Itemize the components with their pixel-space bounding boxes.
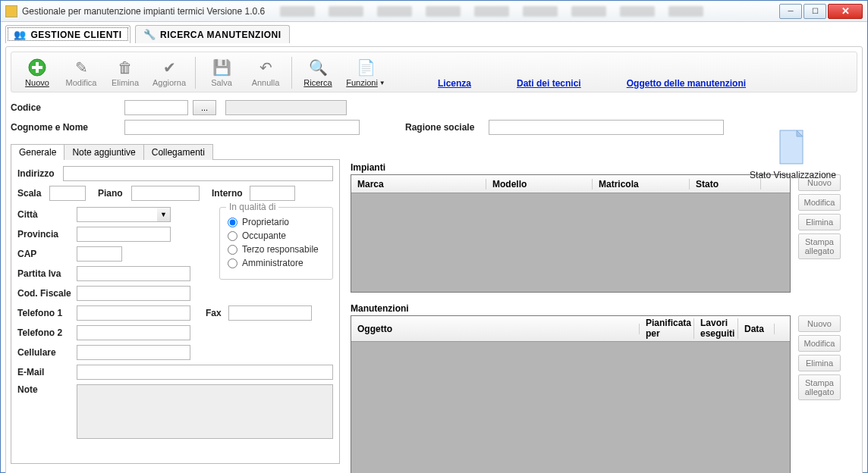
tab-gestione-clienti[interactable]: 👥 GESTIONE CLIENTI (5, 25, 131, 43)
radio-occupante[interactable]: Occupante (228, 230, 325, 241)
ricerca-button[interactable]: 🔍Ricerca (297, 55, 339, 89)
radio-terzo-responsabile[interactable]: Terzo responsabile (228, 244, 325, 255)
telefono2-input[interactable] (77, 325, 190, 340)
manut-modifica-button[interactable]: Modifica (798, 335, 841, 352)
funzioni-button[interactable]: 📄 Funzioni▼ (341, 55, 391, 89)
link-dati-tecnici[interactable]: Dati dei tecnici (517, 78, 581, 89)
email-input[interactable] (77, 365, 333, 380)
telefono1-input[interactable] (77, 305, 190, 321)
interno-input[interactable] (250, 186, 295, 201)
label-cod-fiscale: Cod. Fiscale (17, 288, 77, 299)
btn-label: Nuovo (25, 78, 49, 87)
radio-amministratore[interactable]: Amministratore (228, 258, 325, 268)
save-icon: 💾 (211, 57, 232, 78)
cellulare-input[interactable] (77, 345, 190, 360)
stato-vis-label: Stato Visualizzazione (736, 170, 850, 180)
label-ragione-sociale: Ragione sociale (405, 122, 489, 133)
people-icon: 👥 (14, 29, 27, 40)
col-marca[interactable]: Marca (351, 179, 486, 190)
col-modello[interactable]: Modello (486, 179, 593, 190)
aggiorna-button[interactable]: ✔Aggiorna (148, 55, 190, 89)
trash-icon: 🗑 (115, 57, 136, 78)
document-icon: 📄 (355, 57, 376, 78)
impianti-grid[interactable]: Marca Modello Matricola Stato (351, 174, 791, 293)
salva-button[interactable]: 💾Salva (200, 55, 243, 89)
scala-input[interactable] (49, 186, 86, 201)
label-indirizzo: Indirizzo (17, 168, 63, 179)
btn-label: Funzioni (346, 78, 378, 87)
label-email: E-Mail (17, 367, 77, 377)
wrench-icon: 🔧 (143, 29, 156, 40)
modifica-button[interactable]: ✎Modifica (60, 55, 102, 89)
manut-nuovo-button[interactable]: Nuovo (798, 315, 841, 332)
btn-label: Elimina (112, 78, 139, 87)
label-provincia: Provincia (17, 229, 77, 240)
window-title: Gestionale per manutenzione impianti ter… (22, 6, 265, 17)
label-cognome-nome: Cognome e Nome (11, 122, 124, 133)
partita-iva-input[interactable] (77, 266, 190, 281)
label-telefono2: Telefono 2 (17, 327, 77, 338)
document-icon (777, 129, 809, 167)
cap-input[interactable] (77, 246, 122, 262)
label-cap: CAP (17, 249, 77, 259)
minimize-button[interactable]: ─ (779, 4, 802, 19)
label-piano: Piano (98, 188, 131, 199)
col-data[interactable]: Data (738, 324, 775, 334)
impianti-elimina-button[interactable]: Elimina (798, 214, 841, 230)
cod-fiscale-input[interactable] (77, 286, 190, 301)
check-icon: ✔ (159, 57, 180, 78)
pencil-icon: ✎ (71, 57, 92, 78)
piano-input[interactable] (131, 186, 200, 201)
tab-label: GESTIONE CLIENTI (31, 30, 122, 40)
manutenzioni-grid[interactable]: Oggetto Pianificata per Lavori eseguiti … (351, 315, 791, 473)
btn-label: Aggiorna (153, 78, 186, 87)
impianti-modifica-button[interactable]: Modifica (798, 194, 841, 211)
subtab-collegamenti[interactable]: Collegamenti (143, 144, 213, 160)
background-blur (265, 6, 778, 17)
col-matricola[interactable]: Matricola (593, 179, 690, 190)
subtab-generale[interactable]: Generale (11, 144, 64, 160)
tab-ricerca-manutenzioni[interactable]: 🔧 RICERCA MANUTENZIONI (135, 25, 290, 43)
col-oggetto[interactable]: Oggetto (351, 324, 640, 334)
provincia-input[interactable] (77, 227, 171, 242)
codice-browse-button[interactable]: ... (193, 100, 216, 115)
fax-input[interactable] (228, 305, 312, 321)
link-oggetto-manutenzioni[interactable]: Oggetto delle manutenzioni (627, 78, 746, 89)
close-button[interactable]: ✕ (828, 4, 863, 19)
nuovo-button[interactable]: Nuovo (16, 55, 58, 89)
label-scala: Scala (17, 188, 49, 199)
manut-elimina-button[interactable]: Elimina (798, 355, 841, 371)
svg-rect-2 (32, 66, 42, 69)
manutenzioni-title: Manutenzioni (351, 303, 857, 314)
tab-label: RICERCA MANUTENZIONI (160, 30, 281, 40)
app-icon (5, 5, 17, 17)
subtab-note-aggiuntive[interactable]: Note aggiuntive (64, 144, 143, 160)
citta-combo[interactable] (77, 207, 157, 222)
col-pianificata[interactable]: Pianificata per (640, 318, 694, 338)
chevron-down-icon[interactable]: ▼ (157, 207, 171, 222)
codice-input[interactable] (124, 100, 188, 115)
groupbox-qualita-label: In qualità di (226, 202, 278, 212)
app-window: Gestionale per manutenzione impianti ter… (0, 0, 868, 473)
manut-stampa-button[interactable]: Stampa allegato (798, 374, 841, 400)
ragione-sociale-input[interactable] (489, 120, 724, 135)
label-fax: Fax (206, 308, 228, 318)
link-licenza[interactable]: Licenza (438, 78, 471, 89)
note-textarea[interactable] (77, 384, 333, 439)
maximize-button[interactable]: ☐ (804, 4, 826, 19)
label-note: Note (17, 384, 77, 395)
label-codice: Codice (11, 102, 124, 113)
undo-icon: ↶ (255, 57, 276, 78)
indirizzo-input[interactable] (63, 166, 333, 181)
search-icon: 🔍 (307, 57, 329, 78)
plus-icon (27, 57, 48, 78)
impianti-stampa-button[interactable]: Stampa allegato (798, 233, 841, 259)
btn-label: Salva (211, 78, 232, 87)
radio-proprietario[interactable]: Proprietario (228, 217, 325, 227)
annulla-button[interactable]: ↶Annulla (244, 55, 287, 89)
cognome-nome-input[interactable] (124, 120, 360, 135)
col-lavori[interactable]: Lavori eseguiti (694, 318, 738, 338)
stato-visualizzazione: Stato Visualizzazione (736, 129, 850, 180)
elimina-button[interactable]: 🗑Elimina (104, 55, 146, 89)
chevron-down-icon: ▼ (379, 80, 385, 86)
